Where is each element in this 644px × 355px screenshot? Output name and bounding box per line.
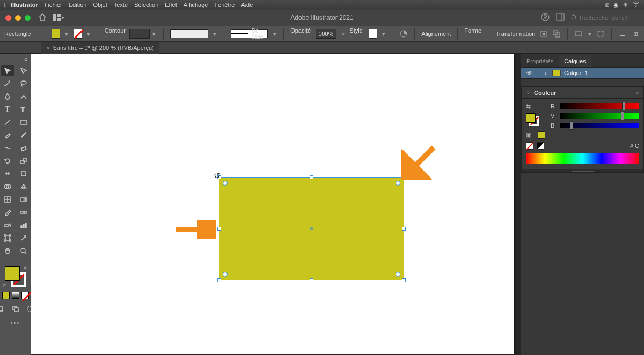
menu-help[interactable]: Aide xyxy=(241,2,253,8)
none-mode-button[interactable] xyxy=(21,292,29,299)
isolate-icon[interactable] xyxy=(539,29,548,38)
home-button[interactable] xyxy=(38,13,47,22)
opacity-label[interactable]: Opacité : xyxy=(290,27,311,40)
align-to-dropdown[interactable]: ▾ xyxy=(587,31,592,38)
lasso-tool[interactable] xyxy=(17,78,30,89)
menu-view[interactable]: Affichage xyxy=(184,2,208,8)
prefs-icon-2[interactable]: ⊞ xyxy=(631,29,640,38)
menu-selection[interactable]: Sélection xyxy=(134,2,158,8)
prefs-icon-1[interactable]: ☰ xyxy=(618,29,627,38)
tray-icon-loading[interactable]: ✳ xyxy=(623,2,628,9)
symbol-sprayer-tool[interactable] xyxy=(1,220,14,231)
panel-resize-grip[interactable] xyxy=(522,169,643,172)
stroke-weight-input[interactable] xyxy=(129,29,150,39)
stroke-weight-dropdown[interactable]: ▾ xyxy=(152,31,157,38)
transform-each-icon[interactable] xyxy=(596,29,605,38)
brush-dropdown[interactable]: ▾ xyxy=(272,31,277,38)
graphic-style-swatch[interactable] xyxy=(369,29,377,39)
arrange-panels-icon[interactable] xyxy=(556,13,565,22)
b-slider[interactable] xyxy=(560,123,639,128)
hand-tool[interactable] xyxy=(1,246,14,256)
hex-label[interactable]: # C xyxy=(630,143,639,149)
layer-visibility-icon[interactable]: 👁 xyxy=(525,70,533,76)
selection-tool[interactable] xyxy=(1,65,14,76)
eyedropper-tool[interactable] xyxy=(1,207,14,218)
variable-width-profile[interactable] xyxy=(170,29,208,38)
close-tab-icon[interactable]: × xyxy=(46,45,49,51)
curvature-tool[interactable] xyxy=(17,91,30,102)
mesh-tool[interactable] xyxy=(1,194,14,205)
tab-layers[interactable]: Calques xyxy=(559,55,591,67)
rectangle-tool[interactable] xyxy=(17,117,30,128)
panel-grip-icon[interactable]: ⁘ xyxy=(526,89,531,96)
r-slider[interactable] xyxy=(560,103,639,109)
free-transform-tool[interactable] xyxy=(17,168,30,179)
tab-properties[interactable]: Propriétés xyxy=(521,55,559,67)
stroke-label[interactable]: Contour : xyxy=(105,27,127,40)
magic-wand-tool[interactable] xyxy=(1,78,14,89)
fill-swatch[interactable] xyxy=(52,29,60,39)
type-tool[interactable]: T xyxy=(1,104,14,115)
search-input[interactable] xyxy=(580,14,639,21)
recolor-artwork-icon[interactable] xyxy=(399,29,408,38)
fill-dropdown[interactable]: ▾ xyxy=(64,31,69,38)
v-slider[interactable] xyxy=(560,113,639,119)
stroke-dropdown[interactable]: ▾ xyxy=(86,31,91,38)
align-label[interactable]: Alignement xyxy=(421,31,451,37)
rotate-tool[interactable] xyxy=(1,156,14,166)
edit-clip-icon[interactable] xyxy=(552,29,561,38)
layer-expand-icon[interactable]: › xyxy=(543,70,549,76)
scale-tool[interactable] xyxy=(17,156,30,166)
slice-tool[interactable] xyxy=(17,233,30,243)
app-menu[interactable]: Illustrator xyxy=(11,2,38,8)
transform-label[interactable]: Transformation xyxy=(496,31,536,37)
shape-builder-tool[interactable] xyxy=(1,181,14,192)
toolbox-collapse-icon[interactable]: « xyxy=(0,56,31,64)
align-to-icon[interactable] xyxy=(574,29,583,38)
style-label[interactable]: Style : xyxy=(349,27,364,40)
perspective-grid-tool[interactable] xyxy=(17,181,30,192)
close-window[interactable] xyxy=(5,15,11,21)
color-mode-button[interactable] xyxy=(2,292,10,299)
direct-selection-tool[interactable] xyxy=(17,65,30,76)
column-graph-tool[interactable] xyxy=(17,220,30,231)
color-spectrum[interactable] xyxy=(526,153,639,164)
pen-tool[interactable] xyxy=(1,91,14,102)
document-tab[interactable]: × Sans titre – 1* @ 200 % (RVB/Aperçu) xyxy=(41,42,159,54)
menu-text[interactable]: Texte xyxy=(114,2,128,8)
default-fill-stroke-icon[interactable]: □ xyxy=(4,283,6,289)
layer-row[interactable]: 👁 › Calque 1 xyxy=(521,68,644,79)
draw-behind-icon[interactable] xyxy=(9,304,22,314)
swap-fill-stroke-icon[interactable]: ⤭ xyxy=(23,265,27,270)
color-model-swatch[interactable] xyxy=(538,131,545,139)
opacity-dropdown[interactable]: > xyxy=(341,31,346,37)
shape-menu-label[interactable]: Forme : xyxy=(464,27,482,40)
rectangle-object[interactable] xyxy=(219,177,404,280)
link-fill-stroke-icon[interactable]: ⇆ xyxy=(526,103,545,110)
shaper-tool[interactable] xyxy=(1,143,14,153)
none-color-swatch[interactable] xyxy=(526,142,533,150)
paintbrush-tool[interactable] xyxy=(1,130,14,140)
gradient-mode-button[interactable] xyxy=(12,292,19,299)
fill-indicator[interactable] xyxy=(5,266,20,281)
gradient-tool[interactable] xyxy=(17,194,30,205)
close-color-panel-icon[interactable]: × xyxy=(636,90,639,96)
vwp-dropdown[interactable]: ▾ xyxy=(213,31,217,38)
style-dropdown[interactable]: ▾ xyxy=(382,31,386,38)
user-account-icon[interactable] xyxy=(541,13,550,23)
apple-icon[interactable]:  xyxy=(4,2,6,8)
opacity-value[interactable]: 100% xyxy=(316,29,336,39)
draw-normal-icon[interactable] xyxy=(0,304,7,314)
artboard-tool[interactable] xyxy=(1,233,14,243)
brush-definition[interactable]: De base xyxy=(231,29,268,38)
color-fill-stroke-preview[interactable] xyxy=(526,113,539,126)
wifi-icon[interactable] xyxy=(632,1,640,9)
search-box[interactable] xyxy=(571,14,639,21)
tray-icon-2[interactable]: ◉ xyxy=(613,2,619,9)
menu-effect[interactable]: Effet xyxy=(165,2,177,8)
cube-3d-icon[interactable]: ▣ xyxy=(526,131,533,139)
stroke-swatch-none[interactable] xyxy=(74,29,82,39)
zoom-window[interactable] xyxy=(25,15,31,21)
width-tool[interactable] xyxy=(1,168,14,179)
minimize-window[interactable] xyxy=(15,15,21,21)
